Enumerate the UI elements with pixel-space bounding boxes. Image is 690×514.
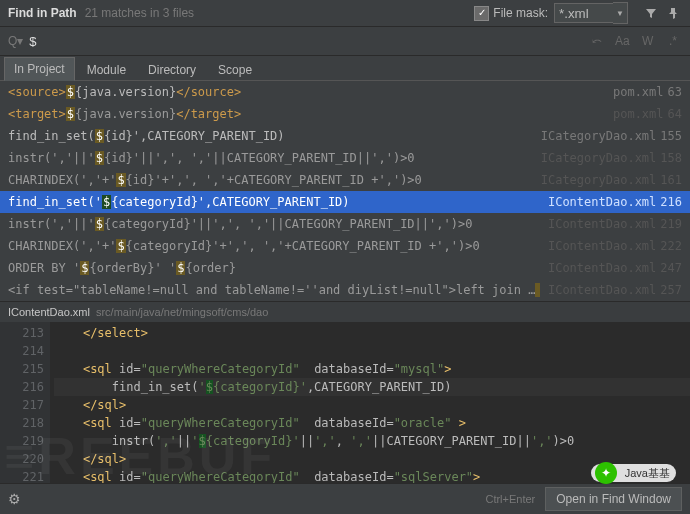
code-line[interactable]: </sql> bbox=[54, 396, 690, 414]
scope-tabs: In ProjectModuleDirectoryScope bbox=[0, 56, 690, 81]
shortcut-hint: Ctrl+Enter bbox=[485, 493, 535, 505]
breadcrumb-file: IContentDao.xml bbox=[8, 306, 90, 318]
result-line: 64 bbox=[668, 107, 682, 121]
search-options: ⤺ Aa W .* bbox=[584, 30, 682, 52]
regex-icon[interactable]: .* bbox=[664, 30, 682, 52]
words-icon[interactable]: W bbox=[639, 30, 657, 52]
result-row[interactable]: instr(','||'${categoryId}'||',', ','||CA… bbox=[0, 213, 690, 235]
code-line[interactable]: <sql id="queryWhereCategoryId" databaseI… bbox=[54, 360, 690, 378]
open-in-find-window-button[interactable]: Open in Find Window bbox=[545, 487, 682, 511]
result-file: IContentDao.xml bbox=[548, 261, 656, 275]
result-file: IContentDao.xml bbox=[548, 217, 656, 231]
result-row[interactable]: ORDER BY '${orderBy}' '${order}IContentD… bbox=[0, 257, 690, 279]
results-list[interactable]: <source>${java.version}</source>pom.xml6… bbox=[0, 81, 690, 301]
result-line: 155 bbox=[660, 129, 682, 143]
filemask-dropdown[interactable]: ▼ bbox=[613, 2, 628, 24]
result-line: 257 bbox=[660, 283, 682, 297]
dialog-footer: ⚙ Ctrl+Enter Open in Find Window bbox=[0, 483, 690, 514]
code-line[interactable]: </select> bbox=[54, 324, 690, 342]
tab-scope[interactable]: Scope bbox=[208, 58, 262, 81]
result-row[interactable]: <if test="tableName!=null and tableName!… bbox=[0, 279, 690, 301]
line-gutter: 213214215216217218219220221 bbox=[0, 322, 50, 483]
search-icon[interactable]: Q▾ bbox=[8, 34, 23, 48]
code-area[interactable]: </select> <sql id="queryWhereCategoryId"… bbox=[50, 322, 690, 483]
result-row[interactable]: find_in_set(${id}',CATEGORY_PARENT_ID)IC… bbox=[0, 125, 690, 147]
dialog-title: Find in Path bbox=[8, 6, 77, 20]
tab-module[interactable]: Module bbox=[77, 58, 136, 81]
result-line: 158 bbox=[660, 151, 682, 165]
result-line: 222 bbox=[660, 239, 682, 253]
search-input[interactable]: $ bbox=[29, 34, 584, 49]
pin-icon[interactable] bbox=[664, 2, 682, 24]
result-line: 161 bbox=[660, 173, 682, 187]
search-row: Q▾ $ ⤺ Aa W .* bbox=[0, 27, 690, 56]
result-line: 219 bbox=[660, 217, 682, 231]
filter-icon[interactable] bbox=[642, 2, 660, 24]
code-line[interactable]: find_in_set('${categoryId}',CATEGORY_PAR… bbox=[54, 378, 690, 396]
code-preview[interactable]: 213214215216217218219220221 </select> <s… bbox=[0, 322, 690, 483]
result-row[interactable]: instr(','||'${id}'||',', ','||CATEGORY_P… bbox=[0, 147, 690, 169]
find-in-path-dialog: Find in Path 21 matches in 3 files ✓ Fil… bbox=[0, 0, 690, 514]
result-line: 216 bbox=[660, 195, 682, 209]
wechat-overlay: ✦ Java基基 bbox=[591, 464, 676, 482]
breadcrumb-path: src/main/java/net/mingsoft/cms/dao bbox=[96, 306, 268, 318]
wechat-label: Java基基 bbox=[625, 466, 670, 481]
code-line[interactable]: instr(','||'${categoryId}'||',', ','||CA… bbox=[54, 432, 690, 450]
breadcrumb: IContentDao.xml src/main/java/net/mingso… bbox=[0, 301, 690, 322]
wechat-icon: ✦ bbox=[595, 462, 617, 484]
result-line: 247 bbox=[660, 261, 682, 275]
result-row[interactable]: CHARINDEX(','+'${categoryId}'+',', ','+C… bbox=[0, 235, 690, 257]
result-file: pom.xml bbox=[613, 107, 664, 121]
result-file: ICategoryDao.xml bbox=[541, 129, 657, 143]
dialog-header: Find in Path 21 matches in 3 files ✓ Fil… bbox=[0, 0, 690, 27]
match-case-icon[interactable]: Aa bbox=[613, 30, 631, 52]
result-row[interactable]: <target>${java.version}</target>pom.xml6… bbox=[0, 103, 690, 125]
result-row[interactable]: CHARINDEX(','+'${id}'+',', ','+CATEGORY_… bbox=[0, 169, 690, 191]
result-file: ICategoryDao.xml bbox=[541, 173, 657, 187]
filemask-label: File mask: bbox=[493, 6, 548, 20]
tab-directory[interactable]: Directory bbox=[138, 58, 206, 81]
result-file: IContentDao.xml bbox=[548, 283, 656, 297]
result-line: 63 bbox=[668, 85, 682, 99]
filemask-input[interactable] bbox=[554, 3, 614, 23]
tab-in-project[interactable]: In Project bbox=[4, 57, 75, 81]
result-file: ICategoryDao.xml bbox=[541, 151, 657, 165]
result-row[interactable]: <source>${java.version}</source>pom.xml6… bbox=[0, 81, 690, 103]
result-file: IContentDao.xml bbox=[548, 239, 656, 253]
result-file: pom.xml bbox=[613, 85, 664, 99]
filemask-checkbox[interactable]: ✓ bbox=[474, 6, 489, 21]
code-line[interactable] bbox=[54, 342, 690, 360]
code-line[interactable]: <sql id="queryWhereCategoryId" databaseI… bbox=[54, 414, 690, 432]
history-icon[interactable]: ⤺ bbox=[588, 30, 606, 52]
match-count: 21 matches in 3 files bbox=[85, 6, 194, 20]
gear-icon[interactable]: ⚙ bbox=[8, 491, 21, 507]
result-row[interactable]: find_in_set('${categoryId}',CATEGORY_PAR… bbox=[0, 191, 690, 213]
result-file: IContentDao.xml bbox=[548, 195, 656, 209]
